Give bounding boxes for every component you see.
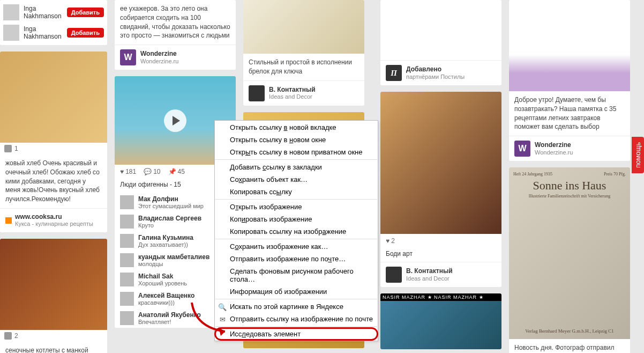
card-source[interactable]: www.cooksa.ru Кукса - кулинарные рецепты xyxy=(0,208,107,232)
comments-count: 💬 10 xyxy=(144,168,160,175)
user-row[interactable]: Inga Nakhmanson Добавить xyxy=(3,2,104,23)
context-menu-item[interactable]: Исследовать элемент xyxy=(215,328,378,340)
user-name: Inga Nakhmanson xyxy=(24,5,67,20)
card-source[interactable]: В. Контактный Ideas and Decor xyxy=(243,80,364,106)
card-source[interactable]: П Добавлено партнёрами Постилы xyxy=(380,60,501,85)
image-count-icon: 2 xyxy=(4,332,18,340)
card-source[interactable]: W Wonderzine Wonderzine.ru xyxy=(509,136,630,161)
context-menu-item[interactable]: Сохранить изображение как… xyxy=(215,240,378,253)
context-menu-item[interactable]: ✉Отправить ссылку на изображение по почт… xyxy=(215,313,378,325)
play-icon[interactable] xyxy=(164,109,186,132)
card-description: жовый хлеб Очень красивый и очечный хлеб… xyxy=(0,155,107,208)
context-menu: Открыть ссылку в новой вкладкеОткрыть сс… xyxy=(214,120,378,341)
article-card[interactable]: Доброе утро! Думаете, чем бы позавтракат… xyxy=(509,0,630,161)
pins-count: 📌 45 xyxy=(168,168,185,175)
recipe-card[interactable]: 1 жовый хлеб Очень красивый и очечный хл… xyxy=(0,52,107,232)
vintage-header-right: Preis 70 Pfg. xyxy=(604,172,626,176)
pin-card[interactable]: Heft 24 Jahrgang 1935 Preis 70 Pfg. Sonn… xyxy=(509,167,630,353)
card-description: Новость дня. Фотограф отправил xyxy=(509,339,630,353)
context-menu-item[interactable]: Копировать ссылку на изображение xyxy=(215,225,378,238)
card-description: ее ухажеров. За это лето она собирается … xyxy=(115,0,236,45)
user-row[interactable]: Inga Nakhmanson Добавить xyxy=(3,23,104,43)
add-button[interactable]: Добавить xyxy=(67,8,104,17)
card-caption: Боди арт xyxy=(380,248,501,262)
context-menu-item[interactable]: 🔍Искать по этой картинке в Яндексе xyxy=(215,300,378,313)
context-menu-item[interactable]: Копировать изображение xyxy=(215,213,378,225)
card-description: Доброе утро! Думаете, чем бы позавтракат… xyxy=(509,91,630,136)
recipe-card[interactable]: 2 сеночные котлеты с манкой xyxy=(0,239,107,353)
vintage-subtitle: Illustrierte Familienzeitschrift mit Ver… xyxy=(513,194,626,198)
context-menu-item[interactable]: Добавить ссылку в закладки xyxy=(215,161,378,173)
help-tab[interactable]: помощь xyxy=(632,137,644,173)
card-description: Стильный и простой в исполнении брелок д… xyxy=(243,54,364,80)
vintage-title: Sonne ins Haus xyxy=(513,179,626,193)
context-menu-item[interactable]: Сделать фоновым рисунком рабочего стола… xyxy=(215,265,378,285)
pin-card[interactable]: Стильный и простой в исполнении брелок д… xyxy=(243,0,364,106)
likes-count: ♥ 181 xyxy=(120,168,136,175)
mail-icon: ✉ xyxy=(218,315,227,323)
pin-card[interactable]: П Добавлено партнёрами Постилы xyxy=(380,0,501,85)
context-menu-item[interactable]: Отправить изображение по почте… xyxy=(215,253,378,265)
vintage-publisher: Verlag Bernhard Meyer G.m.b.H., Leipzig … xyxy=(509,328,630,334)
context-menu-item[interactable]: Копировать ссылку xyxy=(215,186,378,198)
search-icon: 🔍 xyxy=(218,303,227,311)
image-count-icon: 1 xyxy=(4,145,18,152)
context-menu-item[interactable]: Сохранить объект как… xyxy=(215,173,378,186)
context-menu-item[interactable]: Открыть ссылку в новой вкладке xyxy=(215,121,378,134)
pin-card[interactable]: NASIR MAZHAR ★ NASIR MAZHAR ★ xyxy=(380,293,501,349)
pin-card[interactable]: ♥ 2 Боди арт В. Контактный Ideas and Dec… xyxy=(380,92,501,287)
card-source[interactable]: W Wonderzine Wonderzine.ru xyxy=(115,45,236,70)
context-menu-item[interactable]: Открыть ссылку в новом приватном окне xyxy=(215,146,378,158)
card-source[interactable]: В. Контактный Ideas and Decor xyxy=(380,262,501,287)
article-card[interactable]: ее ухажеров. За это лето она собирается … xyxy=(115,0,236,70)
context-menu-item[interactable]: Информация об изображении xyxy=(215,285,378,298)
card-description: сеночные котлеты с манкой xyxy=(0,342,107,353)
vintage-header-left: Heft 24 Jahrgang 1935 xyxy=(513,172,552,176)
context-menu-item[interactable]: Открыть ссылку в новом окне xyxy=(215,134,378,146)
likes-count: ♥ 2 xyxy=(386,237,395,245)
add-button[interactable]: Добавить xyxy=(67,28,104,38)
context-menu-item[interactable]: Открыть изображение xyxy=(215,201,378,213)
user-name: Inga Nakhmanson xyxy=(24,25,67,40)
banner-text: NASIR MAZHAR ★ NASIR MAZHAR ★ xyxy=(380,293,501,301)
